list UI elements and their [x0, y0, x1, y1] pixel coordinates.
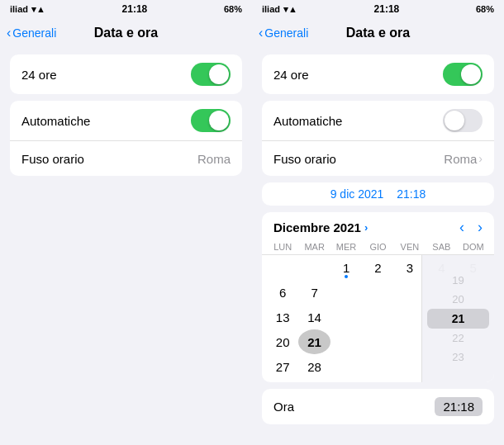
label-24ore-right: 24 ore	[273, 68, 309, 82]
month-year-label: Dicembre 2021 ›	[273, 220, 368, 234]
status-right-left: 68%	[224, 4, 242, 14]
cal-day-28[interactable]: 28	[298, 354, 330, 379]
label-automatiche-left: Automatiche	[21, 114, 90, 128]
settings-content-right: 24 ore Automatiche Fuso orario Roma ›	[252, 48, 504, 445]
ora-label: Ora	[273, 400, 294, 414]
back-button-left[interactable]: ‹ Generali	[7, 26, 56, 40]
cal-day-30	[362, 354, 393, 379]
ora-row: Ora 21:18	[262, 389, 494, 424]
picker-item-19: 19	[422, 271, 494, 290]
page-title-right: Data e ora	[346, 26, 410, 40]
row-fuso-right: Fuso orario Roma ›	[262, 141, 494, 176]
right-panel: iliad ▾▲ 21:18 68% ‹ Generali Data e ora…	[252, 0, 504, 445]
time-left: 21:18	[122, 3, 148, 15]
back-label-right: Generali	[264, 26, 308, 40]
settings-content-left: 24 ore Automatiche Fuso orario Roma	[0, 48, 252, 445]
battery-right: 68%	[476, 4, 494, 14]
label-24ore-left: 24 ore	[21, 68, 57, 82]
selected-date-display: 9 dic 2021	[330, 187, 384, 201]
weekday-lun: LUN	[267, 239, 298, 254]
status-bar-left: iliad ▾▲ 21:18 68%	[0, 0, 252, 18]
toggle-knob-24ore-left	[209, 64, 229, 84]
cal-day-15	[330, 305, 362, 329]
row-24ore-left: 24 ore	[10, 54, 242, 94]
cal-day-2[interactable]: 2	[362, 255, 393, 280]
row-24ore-right: 24 ore	[262, 54, 494, 94]
cal-day-27[interactable]: 27	[267, 354, 298, 379]
carrier-right: iliad	[262, 4, 280, 14]
cal-day-6[interactable]: 6	[267, 280, 298, 305]
back-button-right[interactable]: ‹ Generali	[259, 26, 308, 40]
back-chevron-right: ‹	[259, 26, 263, 40]
toggle-knob-24ore-right	[461, 64, 481, 84]
time-picker-overlay[interactable]: 19 20 21 22 23	[421, 255, 494, 382]
page-title-left: Data e ora	[94, 26, 158, 40]
chevron-right-icon: ›	[478, 152, 483, 165]
weekday-ven: VEN	[394, 239, 426, 254]
month-year-text: Dicembre 2021	[273, 220, 361, 234]
label-fuso-right: Fuso orario	[273, 152, 336, 166]
cal-day-7[interactable]: 7	[298, 280, 330, 305]
calendar-nav: ‹ ›	[459, 219, 483, 236]
cal-day-1[interactable]: 1	[330, 255, 362, 280]
cal-day-14[interactable]: 14	[298, 305, 330, 329]
section-24ore-right: 24 ore	[262, 54, 494, 94]
value-fuso-left: Roma	[197, 152, 231, 166]
row-automatiche-right: Automatiche	[262, 101, 494, 141]
battery-left: 68%	[224, 4, 242, 14]
toggle-automatiche-left[interactable]	[191, 109, 231, 132]
status-right-right: 68%	[476, 4, 494, 14]
label-fuso-left: Fuso orario	[21, 152, 84, 166]
toggle-automatiche-right[interactable]	[443, 109, 483, 132]
back-label-left: Generali	[12, 26, 56, 40]
cal-day-9	[362, 280, 393, 305]
cal-day-29	[330, 354, 362, 379]
cal-day-21[interactable]: 21	[298, 329, 330, 354]
weekday-sab: SAB	[426, 239, 457, 254]
cal-day-23	[362, 329, 393, 354]
next-month-button[interactable]: ›	[478, 219, 483, 236]
weekday-mar: MAR	[298, 239, 330, 254]
nav-bar-left: ‹ Generali Data e ora	[0, 18, 252, 48]
section-datetime-display: 9 dic 2021 21:18	[262, 182, 494, 206]
picker-item-23: 23	[422, 348, 494, 367]
ora-value[interactable]: 21:18	[435, 397, 483, 416]
cal-day-13[interactable]: 13	[267, 305, 298, 329]
picker-item-21-selected[interactable]: 21	[427, 309, 489, 329]
wifi-icon-right: ▾▲	[283, 4, 297, 15]
carrier-left: iliad	[10, 4, 28, 14]
weekday-header: LUN MAR MER GIO VEN SAB DOM	[262, 239, 494, 255]
section-auto-left: Automatiche Fuso orario Roma	[10, 101, 242, 176]
date-time-display: 9 dic 2021 21:18	[262, 182, 494, 206]
row-automatiche-left: Automatiche	[10, 101, 242, 141]
weekday-dom: DOM	[458, 239, 489, 254]
selected-time-display: 21:18	[397, 187, 426, 201]
section-24ore-left: 24 ore	[10, 54, 242, 94]
cal-day-20[interactable]: 20	[267, 329, 298, 354]
cal-day-16	[362, 305, 393, 329]
calendar-grid: 1 2 3 4 5 6 7 13 14	[262, 255, 494, 382]
toggle-24ore-right[interactable]	[443, 63, 483, 86]
value-fuso-right: Roma ›	[444, 152, 483, 166]
month-expand-icon[interactable]: ›	[364, 221, 368, 234]
toggle-24ore-left[interactable]	[191, 63, 231, 86]
weekday-gio: GIO	[362, 239, 393, 254]
prev-month-button[interactable]: ‹	[459, 219, 464, 236]
wifi-icon-left: ▾▲	[31, 4, 45, 15]
calendar-header: Dicembre 2021 › ‹ ›	[262, 212, 494, 239]
status-bar-right: iliad ▾▲ 21:18 68%	[252, 0, 504, 18]
toggle-knob-auto-right	[445, 111, 464, 130]
status-left-right: iliad ▾▲	[262, 4, 297, 15]
time-right: 21:18	[374, 3, 400, 15]
picker-item-22: 22	[422, 329, 494, 348]
left-panel: iliad ▾▲ 21:18 68% ‹ Generali Data e ora…	[0, 0, 252, 445]
picker-item-20: 20	[422, 290, 494, 309]
fuso-value-text: Roma	[444, 152, 477, 166]
row-fuso-left: Fuso orario Roma	[10, 141, 242, 176]
weekday-mer: MER	[330, 239, 362, 254]
nav-bar-right: ‹ Generali Data e ora	[252, 18, 504, 48]
calendar: Dicembre 2021 › ‹ › LUN MAR MER GIO VEN …	[262, 212, 494, 382]
section-auto-right: Automatiche Fuso orario Roma ›	[262, 101, 494, 176]
label-automatiche-right: Automatiche	[273, 114, 342, 128]
back-chevron-left: ‹	[7, 26, 11, 40]
